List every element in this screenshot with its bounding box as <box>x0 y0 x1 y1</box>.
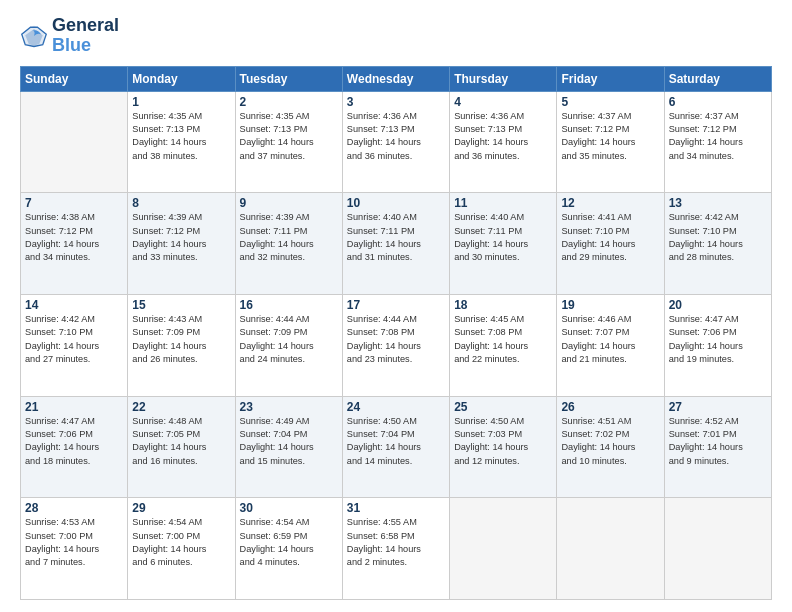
day-number: 14 <box>25 298 123 312</box>
day-number: 15 <box>132 298 230 312</box>
calendar-day-cell <box>450 498 557 600</box>
day-info: Sunrise: 4:44 AMSunset: 7:08 PMDaylight:… <box>347 313 445 366</box>
calendar-day-cell: 26Sunrise: 4:51 AMSunset: 7:02 PMDayligh… <box>557 396 664 498</box>
calendar-day-cell: 7Sunrise: 4:38 AMSunset: 7:12 PMDaylight… <box>21 193 128 295</box>
day-info: Sunrise: 4:47 AMSunset: 7:06 PMDaylight:… <box>669 313 767 366</box>
day-number: 8 <box>132 196 230 210</box>
day-info: Sunrise: 4:42 AMSunset: 7:10 PMDaylight:… <box>25 313 123 366</box>
calendar-day-cell: 6Sunrise: 4:37 AMSunset: 7:12 PMDaylight… <box>664 91 771 193</box>
day-info: Sunrise: 4:39 AMSunset: 7:11 PMDaylight:… <box>240 211 338 264</box>
calendar-day-cell: 1Sunrise: 4:35 AMSunset: 7:13 PMDaylight… <box>128 91 235 193</box>
weekday-header: Sunday <box>21 66 128 91</box>
calendar-day-cell: 25Sunrise: 4:50 AMSunset: 7:03 PMDayligh… <box>450 396 557 498</box>
day-info: Sunrise: 4:47 AMSunset: 7:06 PMDaylight:… <box>25 415 123 468</box>
day-info: Sunrise: 4:36 AMSunset: 7:13 PMDaylight:… <box>347 110 445 163</box>
day-number: 30 <box>240 501 338 515</box>
calendar-table: SundayMondayTuesdayWednesdayThursdayFrid… <box>20 66 772 600</box>
calendar-day-cell <box>557 498 664 600</box>
day-number: 23 <box>240 400 338 414</box>
calendar-day-cell: 9Sunrise: 4:39 AMSunset: 7:11 PMDaylight… <box>235 193 342 295</box>
day-number: 4 <box>454 95 552 109</box>
day-number: 21 <box>25 400 123 414</box>
calendar-day-cell: 20Sunrise: 4:47 AMSunset: 7:06 PMDayligh… <box>664 294 771 396</box>
day-info: Sunrise: 4:50 AMSunset: 7:04 PMDaylight:… <box>347 415 445 468</box>
day-info: Sunrise: 4:54 AMSunset: 6:59 PMDaylight:… <box>240 516 338 569</box>
day-info: Sunrise: 4:52 AMSunset: 7:01 PMDaylight:… <box>669 415 767 468</box>
day-info: Sunrise: 4:53 AMSunset: 7:00 PMDaylight:… <box>25 516 123 569</box>
day-info: Sunrise: 4:46 AMSunset: 7:07 PMDaylight:… <box>561 313 659 366</box>
calendar-day-cell: 5Sunrise: 4:37 AMSunset: 7:12 PMDaylight… <box>557 91 664 193</box>
calendar-day-cell: 14Sunrise: 4:42 AMSunset: 7:10 PMDayligh… <box>21 294 128 396</box>
day-info: Sunrise: 4:37 AMSunset: 7:12 PMDaylight:… <box>561 110 659 163</box>
calendar-day-cell: 10Sunrise: 4:40 AMSunset: 7:11 PMDayligh… <box>342 193 449 295</box>
day-info: Sunrise: 4:51 AMSunset: 7:02 PMDaylight:… <box>561 415 659 468</box>
calendar-day-cell: 19Sunrise: 4:46 AMSunset: 7:07 PMDayligh… <box>557 294 664 396</box>
calendar-day-cell: 3Sunrise: 4:36 AMSunset: 7:13 PMDaylight… <box>342 91 449 193</box>
day-number: 17 <box>347 298 445 312</box>
calendar-week-row: 14Sunrise: 4:42 AMSunset: 7:10 PMDayligh… <box>21 294 772 396</box>
day-info: Sunrise: 4:48 AMSunset: 7:05 PMDaylight:… <box>132 415 230 468</box>
calendar-day-cell: 4Sunrise: 4:36 AMSunset: 7:13 PMDaylight… <box>450 91 557 193</box>
calendar-day-cell: 15Sunrise: 4:43 AMSunset: 7:09 PMDayligh… <box>128 294 235 396</box>
day-number: 20 <box>669 298 767 312</box>
day-number: 19 <box>561 298 659 312</box>
calendar-day-cell: 24Sunrise: 4:50 AMSunset: 7:04 PMDayligh… <box>342 396 449 498</box>
day-number: 18 <box>454 298 552 312</box>
day-info: Sunrise: 4:43 AMSunset: 7:09 PMDaylight:… <box>132 313 230 366</box>
calendar-day-cell <box>664 498 771 600</box>
day-number: 1 <box>132 95 230 109</box>
calendar-day-cell: 12Sunrise: 4:41 AMSunset: 7:10 PMDayligh… <box>557 193 664 295</box>
day-number: 22 <box>132 400 230 414</box>
day-number: 28 <box>25 501 123 515</box>
weekday-header: Saturday <box>664 66 771 91</box>
day-number: 6 <box>669 95 767 109</box>
day-number: 5 <box>561 95 659 109</box>
weekday-header: Thursday <box>450 66 557 91</box>
day-info: Sunrise: 4:35 AMSunset: 7:13 PMDaylight:… <box>132 110 230 163</box>
day-info: Sunrise: 4:35 AMSunset: 7:13 PMDaylight:… <box>240 110 338 163</box>
day-number: 2 <box>240 95 338 109</box>
calendar-day-cell: 18Sunrise: 4:45 AMSunset: 7:08 PMDayligh… <box>450 294 557 396</box>
calendar-day-cell <box>21 91 128 193</box>
calendar-day-cell: 11Sunrise: 4:40 AMSunset: 7:11 PMDayligh… <box>450 193 557 295</box>
day-number: 13 <box>669 196 767 210</box>
calendar-week-row: 1Sunrise: 4:35 AMSunset: 7:13 PMDaylight… <box>21 91 772 193</box>
day-number: 31 <box>347 501 445 515</box>
day-number: 10 <box>347 196 445 210</box>
day-info: Sunrise: 4:38 AMSunset: 7:12 PMDaylight:… <box>25 211 123 264</box>
day-number: 26 <box>561 400 659 414</box>
calendar-day-cell: 8Sunrise: 4:39 AMSunset: 7:12 PMDaylight… <box>128 193 235 295</box>
calendar-day-cell: 23Sunrise: 4:49 AMSunset: 7:04 PMDayligh… <box>235 396 342 498</box>
page: General Blue SundayMondayTuesdayWednesda… <box>0 0 792 612</box>
day-info: Sunrise: 4:40 AMSunset: 7:11 PMDaylight:… <box>347 211 445 264</box>
day-number: 24 <box>347 400 445 414</box>
calendar-day-cell: 21Sunrise: 4:47 AMSunset: 7:06 PMDayligh… <box>21 396 128 498</box>
day-number: 12 <box>561 196 659 210</box>
day-number: 3 <box>347 95 445 109</box>
calendar-day-cell: 22Sunrise: 4:48 AMSunset: 7:05 PMDayligh… <box>128 396 235 498</box>
logo-icon <box>20 22 48 50</box>
day-info: Sunrise: 4:54 AMSunset: 7:00 PMDaylight:… <box>132 516 230 569</box>
day-info: Sunrise: 4:44 AMSunset: 7:09 PMDaylight:… <box>240 313 338 366</box>
day-info: Sunrise: 4:39 AMSunset: 7:12 PMDaylight:… <box>132 211 230 264</box>
calendar-week-row: 28Sunrise: 4:53 AMSunset: 7:00 PMDayligh… <box>21 498 772 600</box>
day-info: Sunrise: 4:42 AMSunset: 7:10 PMDaylight:… <box>669 211 767 264</box>
weekday-header: Friday <box>557 66 664 91</box>
calendar-day-cell: 28Sunrise: 4:53 AMSunset: 7:00 PMDayligh… <box>21 498 128 600</box>
day-info: Sunrise: 4:40 AMSunset: 7:11 PMDaylight:… <box>454 211 552 264</box>
day-number: 29 <box>132 501 230 515</box>
day-number: 27 <box>669 400 767 414</box>
logo: General Blue <box>20 16 119 56</box>
calendar-day-cell: 16Sunrise: 4:44 AMSunset: 7:09 PMDayligh… <box>235 294 342 396</box>
day-number: 7 <box>25 196 123 210</box>
weekday-header: Monday <box>128 66 235 91</box>
header: General Blue <box>20 16 772 56</box>
day-info: Sunrise: 4:41 AMSunset: 7:10 PMDaylight:… <box>561 211 659 264</box>
day-number: 11 <box>454 196 552 210</box>
day-number: 16 <box>240 298 338 312</box>
calendar-week-row: 21Sunrise: 4:47 AMSunset: 7:06 PMDayligh… <box>21 396 772 498</box>
calendar-day-cell: 31Sunrise: 4:55 AMSunset: 6:58 PMDayligh… <box>342 498 449 600</box>
calendar-day-cell: 13Sunrise: 4:42 AMSunset: 7:10 PMDayligh… <box>664 193 771 295</box>
calendar-day-cell: 2Sunrise: 4:35 AMSunset: 7:13 PMDaylight… <box>235 91 342 193</box>
calendar-day-cell: 27Sunrise: 4:52 AMSunset: 7:01 PMDayligh… <box>664 396 771 498</box>
